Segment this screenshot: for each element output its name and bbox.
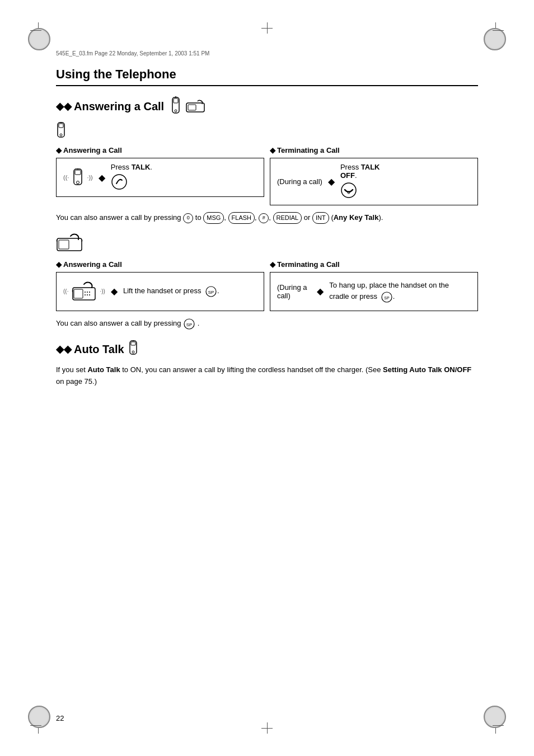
hash-btn: # bbox=[259, 213, 269, 223]
corner-decoration-bl bbox=[22, 700, 56, 734]
cordless-instruction-row: ◆ Answering a Call ((· ·)) bbox=[56, 146, 478, 205]
base-instruction-row: ◆ Answering a Call ((· bbox=[56, 260, 478, 311]
hang-up-instruction: To hang up, place the handset on the cra… bbox=[329, 280, 471, 303]
cordless-terminating-box: (During a call) ◆ Press TALKOFF. bbox=[270, 158, 478, 205]
talkoff-label: TALK bbox=[361, 163, 380, 171]
svg-rect-1 bbox=[174, 98, 178, 103]
page-ref: 75 bbox=[85, 377, 92, 386]
base-ringing-icon: ((· bbox=[63, 280, 105, 303]
during-call-label: (During a call) bbox=[277, 177, 322, 186]
svg-text:SP: SP bbox=[208, 290, 214, 295]
cordless-answering-label: ◆ Answering a Call bbox=[56, 146, 264, 154]
base-terminating-label: ◆ Terminating a Call bbox=[270, 260, 478, 269]
cordless-icon-standalone bbox=[56, 122, 478, 142]
base-answering-content: ((· bbox=[63, 280, 257, 303]
arrow-icon2: ◆ bbox=[328, 176, 335, 187]
press-label: Press TALK. bbox=[111, 163, 152, 171]
svg-rect-18 bbox=[59, 240, 69, 249]
diamond-icon3: ◆ bbox=[56, 260, 62, 269]
top-crosshair bbox=[261, 22, 273, 34]
auto-talk-bold: Auto Talk bbox=[87, 365, 120, 374]
base-answering-section: ◆ Answering a Call ((· bbox=[56, 260, 264, 311]
sp-button-icon: SP bbox=[183, 318, 195, 330]
sound-wave-right: ·)) bbox=[87, 174, 92, 181]
bottom-crosshair bbox=[261, 722, 273, 734]
main-content: Using the Telephone ◆◆ Answering a Call bbox=[56, 67, 478, 387]
svg-point-24 bbox=[85, 294, 86, 295]
page-title: Using the Telephone bbox=[56, 67, 478, 86]
answering-a-call-heading: ◆◆ Answering a Call bbox=[56, 96, 478, 116]
flash-btn: FLASH bbox=[228, 212, 255, 224]
svg-point-35 bbox=[132, 351, 134, 353]
press-talkoff-instruction: Press TALKOFF. bbox=[340, 163, 380, 200]
svg-point-23 bbox=[89, 292, 90, 293]
auto-talk-description: If you set Auto Talk to ON, you can answ… bbox=[56, 364, 478, 388]
phone-ringing-icon: ((· ·)) bbox=[63, 168, 93, 186]
arrow-icon: ◆ bbox=[99, 172, 105, 183]
diamond-icon2: ◆ bbox=[270, 146, 275, 154]
auto-talk-heading: ◆◆ Auto Talk bbox=[56, 340, 478, 359]
press-button-icon: SP bbox=[205, 285, 217, 298]
cordless-terminating-section: ◆ Terminating a Call (During a call) ◆ P… bbox=[270, 146, 478, 205]
svg-point-14 bbox=[112, 175, 127, 189]
small-cordless-icon bbox=[56, 122, 66, 140]
heading-diamonds: ◆◆ bbox=[56, 100, 72, 112]
svg-rect-4 bbox=[186, 103, 204, 112]
auto-talk-handset-icon bbox=[129, 340, 138, 359]
svg-rect-5 bbox=[188, 105, 196, 110]
zero-btn: 0 bbox=[183, 213, 193, 223]
heading-icons bbox=[170, 96, 205, 116]
svg-point-8 bbox=[60, 134, 62, 136]
int-btn: INT bbox=[312, 212, 329, 224]
svg-rect-20 bbox=[74, 289, 83, 298]
base-icon-standalone bbox=[56, 232, 478, 256]
lift-handset-instruction: Lift the handset or press SP . bbox=[123, 285, 219, 298]
redial-btn: REDIAL bbox=[273, 212, 302, 224]
cordless-phone-icon bbox=[170, 96, 182, 116]
base-also-note: You can also answer a call by pressing S… bbox=[56, 318, 478, 330]
cordless-terminating-label: ◆ Terminating a Call bbox=[270, 146, 478, 154]
cordless-handset-ringing bbox=[72, 168, 83, 186]
svg-point-22 bbox=[87, 292, 88, 293]
svg-point-25 bbox=[87, 294, 88, 295]
any-key-talk-note: You can also answer a call by pressing 0… bbox=[56, 212, 478, 224]
base-terminating-box: (During a call) ◆ To hang up, place the … bbox=[270, 272, 478, 311]
svg-point-2 bbox=[175, 110, 177, 112]
arrow-icon4: ◆ bbox=[317, 286, 324, 297]
auto-talk-heading-text: Auto Talk bbox=[74, 343, 124, 356]
auto-talk-handset-svg bbox=[129, 340, 138, 356]
svg-text:SP: SP bbox=[186, 322, 193, 327]
cordless-answering-section: ◆ Answering a Call ((· ·)) bbox=[56, 146, 264, 205]
svg-rect-7 bbox=[59, 124, 63, 128]
page-number: 22 bbox=[56, 714, 64, 722]
talk-label: TALK bbox=[132, 163, 151, 171]
base-phone-icon bbox=[185, 98, 205, 114]
cordless-answering-content: ((· ·)) ◆ Press TALK. bbox=[63, 163, 257, 192]
base-sound-right: ·)) bbox=[100, 288, 105, 294]
cordless-answering-box: ((· ·)) ◆ Press TALK. bbox=[56, 158, 264, 197]
base-phone-standalone-icon bbox=[56, 232, 83, 254]
arrow-icon3: ◆ bbox=[111, 286, 118, 297]
base-answering-box: ((· bbox=[56, 272, 264, 311]
base-terminating-section: ◆ Terminating a Call (During a call) ◆ T… bbox=[270, 260, 478, 311]
any-key-talk-bold: Any Key Talk bbox=[334, 213, 379, 222]
base-terminating-content: (During a call) ◆ To hang up, place the … bbox=[277, 280, 471, 303]
base-answering-label: ◆ Answering a Call bbox=[56, 260, 264, 269]
cordless-terminating-content: (During a call) ◆ Press TALKOFF. bbox=[277, 163, 471, 200]
base-phone-ringing-icon bbox=[72, 280, 96, 303]
press2-label: Press TALKOFF. bbox=[340, 163, 380, 180]
talk-button-icon bbox=[111, 173, 128, 190]
sound-wave-left: ((· bbox=[63, 174, 69, 181]
svg-point-21 bbox=[85, 292, 86, 293]
base-sound-left: ((· bbox=[63, 288, 68, 294]
svg-rect-11 bbox=[75, 170, 81, 175]
auto-talk-diamonds: ◆◆ bbox=[56, 343, 72, 355]
answering-heading-text: Answering a Call bbox=[74, 100, 164, 113]
file-path: 545E_E_03.fm Page 22 Monday, September 1… bbox=[56, 50, 209, 57]
svg-text:SP: SP bbox=[384, 296, 390, 300]
corner-decoration-br bbox=[478, 700, 512, 734]
svg-point-26 bbox=[89, 294, 90, 295]
press-talk-instruction: Press TALK. bbox=[111, 163, 152, 192]
corner-decoration-tl bbox=[22, 22, 56, 56]
base-during-call-label: (During a call) bbox=[277, 283, 311, 300]
